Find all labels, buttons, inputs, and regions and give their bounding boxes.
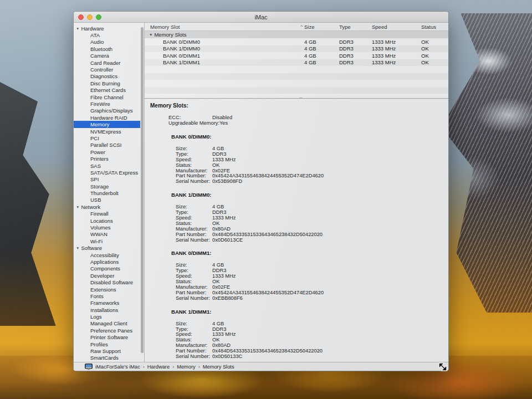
sidebar-item-controller[interactable]: Controller <box>74 66 144 73</box>
sidebar-item-thunderbolt[interactable]: Thunderbolt <box>74 190 144 196</box>
bank-field-label: Part Number: <box>176 348 212 354</box>
sidebar-item-printer-software[interactable]: Printer Software <box>74 334 144 341</box>
column-header-size[interactable]: Size <box>304 24 339 30</box>
bank-field-label: Manufacturer: <box>176 342 212 348</box>
sidebar-item-components[interactable]: Components <box>74 265 144 272</box>
sidebar-item-sas[interactable]: SAS <box>74 162 144 169</box>
sidebar-item-graphics-displays[interactable]: Graphics/Displays <box>74 108 144 114</box>
breadcrumb-item-memory[interactable]: Memory <box>177 364 196 370</box>
sidebar-item-extensions[interactable]: Extensions <box>74 286 144 293</box>
close-button[interactable] <box>78 14 84 20</box>
splitter-handle[interactable] <box>299 98 303 99</box>
sidebar-scrollbar[interactable] <box>141 27 144 353</box>
table-row-bank-0-dimm1[interactable]: BANK 0/DIMM14 GBDDR31333 MHzOK <box>145 52 448 59</box>
bank-field-value: 4 GB <box>212 262 224 268</box>
bank-field-label: Serial Number: <box>176 237 212 243</box>
sidebar-item-printers[interactable]: Printers <box>74 155 144 162</box>
details-global-fields: ECC:DisabledUpgradeable Memory:Yes <box>150 115 444 126</box>
window-content: ▼HardwareATAAudioBluetoothCameraCard Rea… <box>74 23 448 362</box>
sidebar-item-firewire[interactable]: FireWire <box>74 100 144 107</box>
bank-field-type: Type:DDR3 <box>176 209 444 215</box>
sidebar-item-spi[interactable]: SPI <box>74 176 144 183</box>
sidebar-section-network[interactable]: ▼Network <box>74 203 144 210</box>
sidebar-item-fibre-channel[interactable]: Fibre Channel <box>74 94 144 100</box>
window-title: iMac <box>254 14 267 21</box>
bank-field-value: 1333 MHz <box>212 215 236 221</box>
sidebar-item-power[interactable]: Power <box>74 149 144 155</box>
bank-field-label: Size: <box>176 321 212 326</box>
sidebar-item-nvmexpress[interactable]: NVMExpress <box>74 128 144 135</box>
sidebar-item-diagnostics[interactable]: Diagnostics <box>74 73 144 80</box>
sidebar-item-locations[interactable]: Locations <box>74 217 144 224</box>
sidebar-item-storage[interactable]: Storage <box>74 183 144 190</box>
sidebar-item-preference-panes[interactable]: Preference Panes <box>74 327 144 334</box>
bank-field-value: DDR3 <box>212 326 226 332</box>
sidebar-section-software[interactable]: ▼Software <box>74 245 144 252</box>
sidebar-item-firewall[interactable]: Firewall <box>74 211 144 217</box>
table-row-bank-1-dimm0[interactable]: BANK 1/DIMM04 GBDDR31333 MHzOK <box>145 45 448 53</box>
sidebar-item-disabled-software[interactable]: Disabled Software <box>74 279 144 285</box>
column-header-status[interactable]: Status <box>421 24 448 30</box>
table-group-row[interactable]: ▼ Memory Slots <box>145 31 448 38</box>
sidebar-item-label: Printer Software <box>90 334 128 340</box>
detail-field-label: Upgradeable Memory: <box>168 120 219 126</box>
sidebar-item-label: WWAN <box>90 231 108 237</box>
sidebar-item-ethernet-cards[interactable]: Ethernet Cards <box>74 87 144 94</box>
column-header-type[interactable]: Type <box>339 24 372 30</box>
sidebar-item-logs[interactable]: Logs <box>74 313 144 320</box>
sidebar-item-audio[interactable]: Audio <box>74 39 144 45</box>
table-row-bank-0-dimm0[interactable]: BANK 0/DIMM04 GBDDR31333 MHzOK <box>145 38 448 45</box>
column-header-memory-slot[interactable]: Memory Slot ^ <box>145 24 304 30</box>
sidebar-item-label: Accessibility <box>90 252 119 258</box>
disclosure-triangle-icon[interactable]: ▼ <box>149 33 152 37</box>
sidebar-item-sata-sata-express[interactable]: SATA/SATA Express <box>74 169 144 176</box>
sidebar-item-installations[interactable]: Installations <box>74 306 144 313</box>
bank-field-value: 0x02FE <box>212 168 230 173</box>
bank-field-serial-number: Serial Number:0x53B908FD <box>176 178 444 184</box>
cell-speed: 1333 MHz <box>372 59 421 65</box>
sidebar-item-disc-burning[interactable]: Disc Burning <box>74 80 144 86</box>
column-header-speed[interactable]: Speed <box>372 24 421 30</box>
sidebar-item-accessibility[interactable]: Accessibility <box>74 252 144 258</box>
sidebar-item-camera[interactable]: Camera <box>74 53 144 59</box>
sidebar-item-wi-fi[interactable]: Wi-Fi <box>74 238 144 244</box>
sidebar-item-label: SATA/SATA Express <box>90 170 138 176</box>
bank-field-value: OK <box>212 162 219 168</box>
sidebar-item-smartcards[interactable]: SmartCards <box>74 355 144 361</box>
sidebar-item-label: Developer <box>90 273 114 279</box>
sidebar-item-pci[interactable]: PCI <box>74 135 144 141</box>
sidebar-item-developer[interactable]: Developer <box>74 272 144 279</box>
bank-field-label: Status: <box>176 337 212 342</box>
sidebar-item-usb[interactable]: USB <box>74 197 144 203</box>
breadcrumb-item-memory-slots[interactable]: Memory Slots <box>203 364 234 370</box>
breadcrumb-item-hardware[interactable]: Hardware <box>147 364 170 370</box>
bank-field-label: Speed: <box>176 273 212 279</box>
sidebar-item-fonts[interactable]: Fonts <box>74 293 144 299</box>
sidebar-item-memory[interactable]: Memory <box>74 121 140 127</box>
sidebar-item-managed-client[interactable]: Managed Client <box>74 320 144 327</box>
minimize-button[interactable] <box>87 14 93 20</box>
bank-field-label: Status: <box>176 279 212 284</box>
sidebar-item-card-reader[interactable]: Card Reader <box>74 59 144 66</box>
sidebar-item-bluetooth[interactable]: Bluetooth <box>74 45 144 52</box>
sidebar-item-profiles[interactable]: Profiles <box>74 341 144 347</box>
sidebar-item-wwan[interactable]: WWAN <box>74 231 144 238</box>
sidebar-section-hardware[interactable]: ▼Hardware <box>74 25 144 32</box>
sidebar-item-label: Ethernet Cards <box>90 87 126 93</box>
sidebar-item-volumes[interactable]: Volumes <box>74 224 144 231</box>
sidebar-item-raw-support[interactable]: Raw Support <box>74 347 144 354</box>
sidebar-item-ata[interactable]: ATA <box>74 32 144 38</box>
sidebar-item-parallel-scsi[interactable]: Parallel SCSI <box>74 142 144 149</box>
zoom-button[interactable] <box>96 14 101 20</box>
sidebar-item-frameworks[interactable]: Frameworks <box>74 300 144 306</box>
bank-section-bank-1-dimm1: BANK 1/DIMM1:Size:4 GBType:DDR3Speed:133… <box>150 309 444 359</box>
sidebar-item-applications[interactable]: Applications <box>74 258 144 265</box>
table-row-bank-1-dimm1[interactable]: BANK 1/DIMM14 GBDDR31333 MHzOK <box>145 59 448 66</box>
bank-field-serial-number: Serial Number:0x0D6013CE <box>176 237 444 243</box>
titlebar[interactable]: iMac <box>74 12 448 23</box>
bank-field-label: Manufacturer: <box>176 284 212 290</box>
sidebar-item-hardware-raid[interactable]: Hardware RAID <box>74 114 144 121</box>
bank-field-label: Status: <box>176 162 212 168</box>
breadcrumb: iMacForSale's iMac›Hardware›Memory›Memor… <box>95 364 234 370</box>
breadcrumb-item-imacforsale-s-imac[interactable]: iMacForSale's iMac <box>95 364 140 370</box>
